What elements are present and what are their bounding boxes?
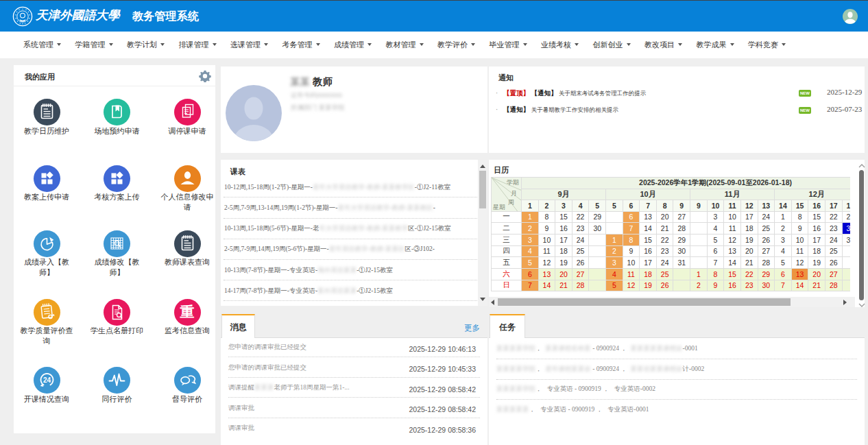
svg-text:24: 24 (43, 376, 51, 384)
